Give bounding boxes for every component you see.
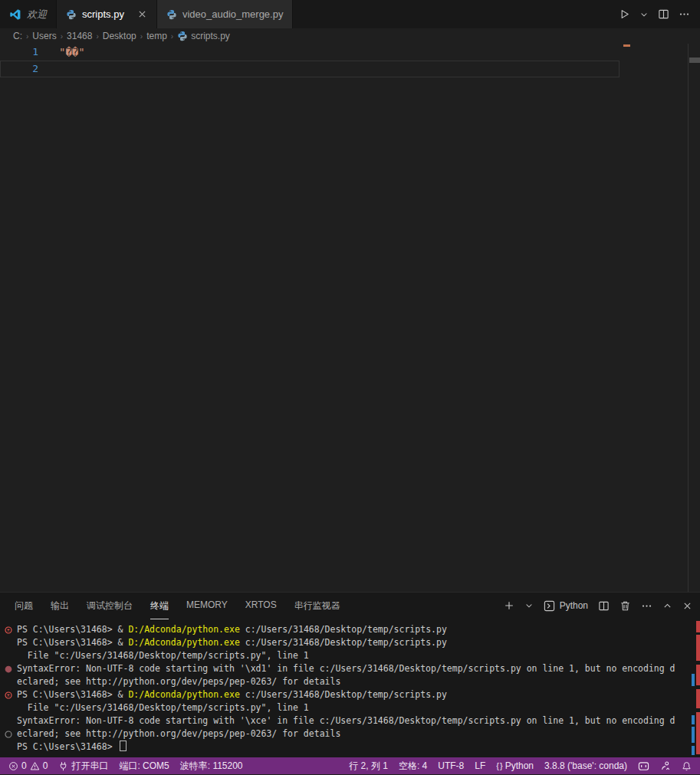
tab-bar: 欢迎scripts.pyvideo_audio_merge.py xyxy=(0,0,293,28)
tab-close-icon[interactable] xyxy=(137,9,147,19)
terminal-text: File "c:/Users/31468/Desktop/temp/script… xyxy=(17,701,309,714)
run-dropdown[interactable] xyxy=(637,8,651,21)
new-terminal-button[interactable] xyxy=(504,600,514,611)
terminal-text: File "c:/Users/31468/Desktop/temp/script… xyxy=(17,649,309,662)
panel-tab-xxxxx[interactable]: 调试控制台 xyxy=(87,592,133,619)
terminal-text-segment: PS C:\Users\31468> & xyxy=(17,689,128,700)
panel-tab-xx[interactable]: 终端 xyxy=(150,592,169,619)
terminal-line: PS C:\Users\31468> & D:/Adconda/python.e… xyxy=(0,688,700,701)
scrollbar-error-mark xyxy=(696,635,700,661)
terminal-text-segment: eclared; see http://python.org/dev/peps/… xyxy=(17,728,340,739)
breadcrumb-item[interactable]: temp xyxy=(146,31,167,41)
terminal-text-segment: PS C:\Users\31468> & xyxy=(17,637,128,648)
terminal-text: PS C:\Users\31468> xyxy=(17,741,127,754)
terminal-icon xyxy=(544,600,555,612)
command-error-icon xyxy=(5,626,12,634)
panel-tab-xx[interactable]: 问题 xyxy=(15,592,33,619)
maximize-panel-button[interactable] xyxy=(662,601,672,611)
chevron-right-icon: › xyxy=(96,32,98,41)
terminal-profile-select[interactable]: Python xyxy=(544,600,588,612)
vscode-logo-icon xyxy=(9,8,21,21)
split-terminal-button[interactable] xyxy=(598,600,610,612)
scrollbar-error-mark xyxy=(696,621,700,632)
more-actions-button[interactable] xyxy=(676,6,692,22)
terminal-text: PS C:\Users\31468> & D:/Adconda/python.e… xyxy=(17,623,447,636)
terminal-text: SyntaxError: Non-UTF-8 code starting wit… xyxy=(17,714,675,727)
terminal-gutter xyxy=(0,701,17,714)
panel-tab-memory[interactable]: MEMORY xyxy=(186,592,228,619)
close-icon xyxy=(682,601,692,611)
breadcrumb-file[interactable]: scripts.py xyxy=(177,31,230,41)
command-decoration-error[interactable] xyxy=(0,623,17,636)
command-decoration-error[interactable] xyxy=(0,688,17,701)
terminal-text-segment: c:/Users/31468/Desktop/temp/scripts.py xyxy=(240,689,447,700)
terminal[interactable]: PS C:\Users\31468> & D:/Adconda/python.e… xyxy=(0,619,700,762)
trash-icon xyxy=(619,600,631,612)
statusbar-label: UTF-8 xyxy=(438,760,464,771)
play-icon xyxy=(619,8,630,20)
breadcrumb-item[interactable]: Users xyxy=(32,31,56,41)
chevron-right-icon: › xyxy=(26,32,28,41)
run-button[interactable] xyxy=(616,6,633,22)
panel-tab-xx[interactable]: 输出 xyxy=(51,592,69,619)
panel-header: 问题输出调试控制台终端MEMORYXRTOS串行监视器 Python xyxy=(0,593,700,619)
breadcrumb-item[interactable]: Desktop xyxy=(103,31,136,41)
terminal-text-segment: D:/Adconda/python.exe xyxy=(128,624,239,635)
python-file-icon xyxy=(177,31,188,41)
braces-icon: { } xyxy=(496,761,501,770)
scrollbar-error-mark xyxy=(696,665,700,685)
command-decoration-dot[interactable] xyxy=(0,662,17,675)
terminal-text-segment: D:/Adconda/python.exe xyxy=(128,689,239,700)
split-icon xyxy=(598,600,610,612)
terminal-gutter xyxy=(0,675,17,688)
scrollbar-info-mark xyxy=(692,715,695,724)
terminal-profile-dropdown[interactable] xyxy=(524,601,534,610)
kill-terminal-button[interactable] xyxy=(619,600,631,612)
tab-label: scripts.py xyxy=(82,8,124,20)
close-icon[interactable] xyxy=(137,9,147,19)
panel-tab-xxxxx[interactable]: 串行监视器 xyxy=(294,592,340,619)
bottom-panel: 问题输出调试控制台终端MEMORYXRTOS串行监视器 Python PS C:… xyxy=(0,592,700,757)
scrollbar-info-mark xyxy=(692,746,695,755)
terminal-gutter xyxy=(0,741,17,754)
terminal-line: PS C:\Users\31468> & D:/Adconda/python.e… xyxy=(0,636,700,649)
terminal-line: File "c:/Users/31468/Desktop/temp/script… xyxy=(0,701,700,714)
terminal-profile-label: Python xyxy=(560,600,588,611)
terminal-text: eclared; see http://python.org/dev/peps/… xyxy=(17,727,340,741)
editor-scrollbar-thumb[interactable] xyxy=(689,57,700,63)
terminal-text-segment: File "c:/Users/31468/Desktop/temp/script… xyxy=(17,650,309,661)
tab-label: 欢迎 xyxy=(27,8,47,21)
statusbar-label: LF xyxy=(475,760,485,771)
editor-scrollbar[interactable] xyxy=(688,44,700,592)
minimap-line-mark xyxy=(623,44,630,47)
tab-welcome[interactable]: 欢迎 xyxy=(0,0,57,28)
code-lines: 1"��"2 xyxy=(0,44,700,77)
plus-icon xyxy=(504,600,514,611)
line-number: 2 xyxy=(0,61,38,77)
breadcrumb-item[interactable]: 31468 xyxy=(67,31,92,41)
panel-tab-xrtos[interactable]: XRTOS xyxy=(245,592,277,619)
statusbar-label: 0 xyxy=(43,760,48,771)
bell-icon xyxy=(682,761,692,771)
close-panel-button[interactable] xyxy=(682,601,692,611)
feedback-icon xyxy=(660,760,671,771)
python-file-icon xyxy=(66,9,77,20)
code-line[interactable]: 1"��" xyxy=(0,44,700,61)
breadcrumb-item[interactable]: C: xyxy=(13,31,22,41)
tab-video[interactable]: video_audio_merge.py xyxy=(157,0,294,28)
panel-more-actions-button[interactable] xyxy=(641,600,652,612)
code-content: "��" xyxy=(38,44,85,61)
command-decoration-circle[interactable] xyxy=(0,727,17,741)
terminal-gutter xyxy=(0,649,17,662)
terminal-gutter xyxy=(0,714,17,727)
code-line[interactable]: 2 xyxy=(0,61,619,77)
split-editor-button[interactable] xyxy=(656,6,672,22)
terminal-text-segment: PS C:\Users\31468> xyxy=(17,741,118,752)
python-file-icon xyxy=(166,9,177,20)
code-editor[interactable]: 1"��"2 xyxy=(0,44,700,592)
terminal-text-segment: File "c:/Users/31468/Desktop/temp/script… xyxy=(17,702,309,713)
terminal-text: eclared; see http://python.org/dev/peps/… xyxy=(17,675,340,688)
chevron-right-icon: › xyxy=(140,32,143,41)
editor-actions xyxy=(616,0,700,28)
tab-scripts[interactable]: scripts.py xyxy=(57,0,157,28)
